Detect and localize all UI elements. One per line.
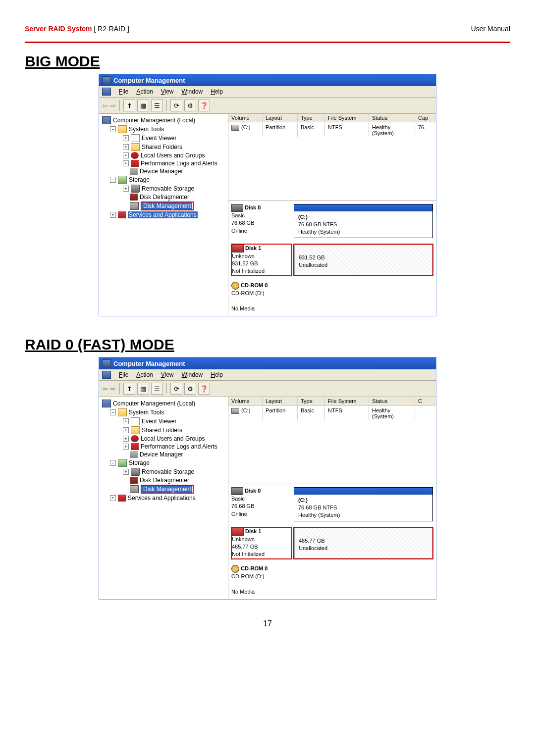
- refresh-icon[interactable]: ⟳: [170, 100, 182, 111]
- diskmgmt-icon: [130, 202, 139, 210]
- navigation-tree[interactable]: Computer Management (Local) −System Tool…: [99, 397, 228, 599]
- menu-file[interactable]: File: [119, 371, 128, 378]
- tree-services-apps[interactable]: +Services and Applications: [99, 494, 228, 502]
- collapse-icon[interactable]: −: [110, 460, 116, 466]
- disk-1-row-highlighted[interactable]: Disk 1 Unknown 465.77 GB Not Initialized…: [231, 527, 433, 559]
- col-filesystem[interactable]: File System: [325, 114, 369, 122]
- tree-disk-defrag[interactable]: Disk Defragmenter: [99, 193, 228, 201]
- tree-perf-logs[interactable]: +Performance Logs and Alerts: [99, 159, 228, 167]
- expand-icon[interactable]: +: [123, 427, 129, 433]
- tree-device-manager[interactable]: Device Manager: [99, 451, 228, 458]
- help-icon[interactable]: ❓: [198, 100, 210, 111]
- expand-icon[interactable]: +: [123, 436, 129, 442]
- expand-icon[interactable]: +: [123, 135, 129, 141]
- tree-system-tools[interactable]: −System Tools: [99, 125, 228, 134]
- tree-shared-folders[interactable]: +Shared Folders: [99, 143, 228, 151]
- menu-view[interactable]: View: [161, 371, 174, 378]
- tree-shared-folders[interactable]: +Shared Folders: [99, 426, 228, 435]
- menu-window[interactable]: Window: [182, 371, 203, 378]
- menu-help[interactable]: Help: [211, 371, 223, 378]
- up-icon[interactable]: ⬆: [123, 100, 135, 111]
- col-volume[interactable]: Volume: [228, 397, 263, 405]
- tree-removable-storage[interactable]: +Removable Storage: [99, 467, 228, 476]
- col-layout[interactable]: Layout: [263, 397, 298, 405]
- collapse-icon[interactable]: −: [110, 177, 116, 183]
- disk-0-row[interactable]: Disk 0 Basic 76.68 GB Online (C:) 76.68 …: [231, 487, 433, 521]
- col-status[interactable]: Status: [369, 114, 415, 122]
- tree-local-users[interactable]: +Local Users and Groups: [99, 151, 228, 159]
- tree-root[interactable]: Computer Management (Local): [99, 116, 228, 125]
- tree-root[interactable]: Computer Management (Local): [99, 399, 228, 408]
- expand-icon[interactable]: +: [123, 418, 129, 424]
- tree-disk-defrag[interactable]: Disk Defragmenter: [99, 476, 228, 484]
- tree-disk-management[interactable]: Disk Management: [99, 201, 228, 211]
- collapse-icon[interactable]: −: [110, 126, 116, 132]
- menu-file[interactable]: File: [119, 88, 128, 95]
- menu-help[interactable]: Help: [211, 88, 223, 95]
- expand-icon[interactable]: +: [123, 186, 129, 192]
- disk-0-row[interactable]: Disk 0 Basic 76.68 GB Online (C:) 76.68 …: [231, 204, 433, 238]
- volume-row[interactable]: (C:) Partition Basic NTFS Healthy (Syste…: [228, 122, 436, 138]
- col-layout[interactable]: Layout: [263, 114, 298, 122]
- tree-removable-storage[interactable]: +Removable Storage: [99, 184, 228, 193]
- vol-fs: NTFS: [325, 123, 369, 137]
- vol-name: (C:): [228, 406, 263, 420]
- expand-icon[interactable]: +: [123, 144, 129, 150]
- menu-action[interactable]: Action: [136, 88, 153, 95]
- expand-icon[interactable]: +: [123, 469, 129, 475]
- navigation-tree[interactable]: Computer Management (Local) −System Tool…: [99, 114, 228, 316]
- expand-icon[interactable]: +: [110, 495, 116, 501]
- settings-icon[interactable]: ⚙: [184, 383, 196, 395]
- list-icon[interactable]: ▦: [137, 383, 149, 395]
- back-icon[interactable]: ⇦: [102, 101, 108, 109]
- col-filesystem[interactable]: File System: [325, 397, 369, 405]
- menu-action[interactable]: Action: [136, 371, 153, 378]
- collapse-icon[interactable]: −: [110, 409, 116, 415]
- expand-icon[interactable]: +: [110, 212, 116, 218]
- tree-storage[interactable]: −Storage: [99, 175, 228, 184]
- properties-icon[interactable]: ☰: [151, 100, 163, 111]
- col-capacity[interactable]: C: [415, 397, 436, 405]
- tree-system-tools[interactable]: −System Tools: [99, 408, 228, 417]
- disk-1-partition[interactable]: 465.77 GB Unallocated: [294, 528, 432, 558]
- expand-icon[interactable]: +: [123, 444, 129, 450]
- settings-icon[interactable]: ⚙: [184, 100, 196, 111]
- cdrom-row[interactable]: CD-ROM 0 CD-ROM (D:) No Media: [231, 565, 433, 596]
- tree-event-viewer[interactable]: +Event Viewer: [99, 417, 228, 426]
- refresh-icon[interactable]: ⟳: [170, 383, 182, 395]
- col-volume[interactable]: Volume: [228, 114, 263, 122]
- menu-view[interactable]: View: [161, 88, 174, 95]
- tree-services-apps[interactable]: +Services and Applications: [99, 211, 228, 219]
- disk-1-partition[interactable]: 931.52 GB Unallocated: [294, 245, 432, 275]
- col-type[interactable]: Type: [298, 397, 325, 405]
- device-icon: [130, 168, 138, 175]
- volume-row[interactable]: (C:) Partition Basic NTFS Healthy (Syste…: [228, 405, 436, 421]
- volume-list[interactable]: Volume Layout Type File System Status Ca…: [228, 114, 436, 201]
- expand-icon[interactable]: +: [123, 160, 129, 166]
- col-capacity[interactable]: Cap: [415, 114, 436, 122]
- cdrom-row[interactable]: CD-ROM 0 CD-ROM (D:) No Media: [231, 282, 433, 312]
- volume-list[interactable]: Volume Layout Type File System Status C …: [228, 397, 436, 484]
- tree-perf-logs[interactable]: +Performance Logs and Alerts: [99, 443, 228, 451]
- tree-local-users[interactable]: +Local Users and Groups: [99, 435, 228, 443]
- back-icon[interactable]: ⇦: [102, 385, 108, 393]
- disk-0-partition[interactable]: (C:) 76.68 GB NTFS Healthy (System): [294, 487, 433, 521]
- section-raid0-mode: RAID 0 (FAST) MODE: [25, 336, 510, 353]
- expand-icon[interactable]: +: [123, 152, 129, 158]
- tree-storage[interactable]: −Storage: [99, 458, 228, 467]
- cdrom-empty: [294, 565, 433, 596]
- tree-disk-management[interactable]: Disk Management: [99, 484, 228, 494]
- up-icon[interactable]: ⬆: [123, 383, 135, 395]
- properties-icon[interactable]: ☰: [151, 383, 163, 395]
- forward-icon[interactable]: ⇨: [110, 385, 116, 393]
- list-icon[interactable]: ▦: [137, 100, 149, 111]
- help-icon[interactable]: ❓: [198, 383, 210, 395]
- col-status[interactable]: Status: [369, 397, 415, 405]
- disk-0-partition[interactable]: (C:) 76.68 GB NTFS Healthy (System): [294, 204, 433, 238]
- col-type[interactable]: Type: [298, 114, 325, 122]
- tree-device-manager[interactable]: Device Manager: [99, 167, 228, 175]
- tree-event-viewer[interactable]: +Event Viewer: [99, 134, 228, 143]
- forward-icon[interactable]: ⇨: [110, 101, 116, 109]
- menu-window[interactable]: Window: [182, 88, 203, 95]
- disk-1-row-highlighted[interactable]: Disk 1 Unknown 931.52 GB Not Initialized…: [231, 244, 433, 276]
